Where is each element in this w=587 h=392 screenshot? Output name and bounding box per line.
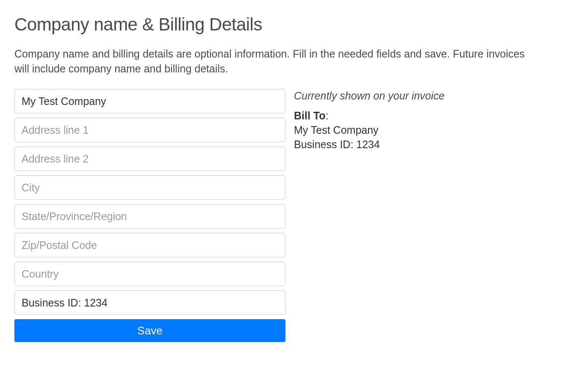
country-input[interactable] — [14, 262, 285, 286]
state-input[interactable] — [14, 204, 285, 229]
page-title: Company name & Billing Details — [14, 14, 573, 35]
page-description: Company name and billing details are opt… — [14, 47, 527, 76]
bill-to-heading: Bill To — [294, 110, 326, 121]
bill-to-colon: : — [326, 110, 329, 121]
company-name-input[interactable] — [14, 89, 285, 113]
city-input[interactable] — [14, 175, 285, 200]
bill-to-line-2: Business ID: 1234 — [294, 138, 573, 152]
business-id-input[interactable] — [14, 290, 285, 315]
invoice-preview: Currently shown on your invoice Bill To:… — [294, 89, 573, 152]
address-line-2-input[interactable] — [14, 146, 285, 171]
bill-to-line-1: My Test Company — [294, 123, 573, 138]
zip-input[interactable] — [14, 233, 285, 257]
bill-to-heading-line: Bill To: — [294, 109, 573, 123]
save-button[interactable]: Save — [14, 319, 285, 342]
invoice-preview-label: Currently shown on your invoice — [294, 90, 573, 102]
address-line-1-input[interactable] — [14, 118, 285, 142]
billing-form: Save — [14, 89, 285, 342]
